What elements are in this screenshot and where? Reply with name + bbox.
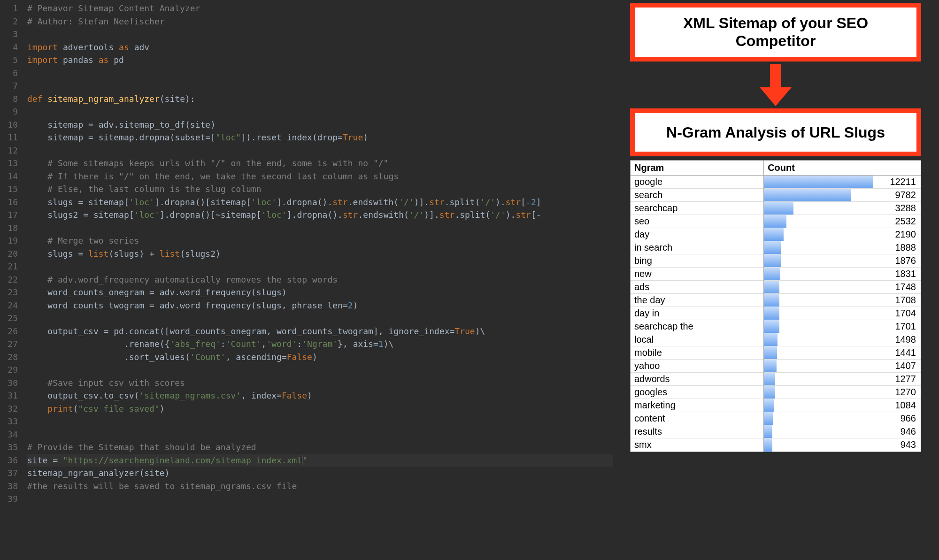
ngram-cell: in search <box>631 241 764 254</box>
ngram-cell: ads <box>631 281 764 294</box>
bar-cell <box>764 189 873 202</box>
code-line[interactable] <box>27 415 613 428</box>
table-row: results946 <box>631 425 921 438</box>
table-row: in search1888 <box>631 241 921 254</box>
ngram-cell: results <box>631 425 764 438</box>
bar-cell <box>764 228 873 241</box>
code-line[interactable] <box>27 105 613 118</box>
ngram-cell: day in <box>631 307 764 320</box>
side-panel: XML Sitemap of your SEO Competitor N-Gra… <box>621 3 931 452</box>
table-row: content966 <box>631 412 921 425</box>
code-line[interactable] <box>27 222 613 235</box>
table-row: day in1704 <box>631 307 921 320</box>
diagram-box-bottom-text: N-Gram Analysis of URL Slugs <box>666 124 885 141</box>
table-row: searchcap the1701 <box>631 320 921 333</box>
code-line[interactable]: import advertools as adv <box>27 41 613 54</box>
ngram-cell: searchcap the <box>631 320 764 333</box>
code-line[interactable]: sitemap = sitemap.dropna(subset=["loc"])… <box>27 131 613 144</box>
code-line[interactable] <box>27 492 613 506</box>
bar-cell <box>764 399 873 412</box>
table-row: day2190 <box>631 228 921 241</box>
ngram-cell: the day <box>631 294 764 307</box>
code-line[interactable]: .sort_values('Count', ascending=False) <box>27 351 613 364</box>
code-line[interactable]: word_counts_twogram = adv.word_frequency… <box>27 299 613 312</box>
code-line[interactable] <box>27 428 613 441</box>
code-line[interactable]: .rename({'abs_freq':'Count','word':'Ngra… <box>27 338 613 351</box>
code-line[interactable]: # Some sitemaps keeps urls with "/" on t… <box>27 157 613 170</box>
code-area[interactable]: # Pemavor Sitemap Content Analyzer# Auth… <box>22 0 613 560</box>
code-line[interactable] <box>27 79 613 92</box>
bar-cell <box>764 202 873 215</box>
code-line[interactable]: sitemap_ngram_analyzer(site) <box>27 467 613 480</box>
code-line[interactable]: slugs = sitemap['loc'].dropna()[sitemap[… <box>27 196 613 209</box>
code-line[interactable]: slugs2 = sitemap['loc'].dropna()[~sitema… <box>27 208 613 222</box>
count-cell: 1407 <box>873 360 921 373</box>
bar-cell <box>764 438 873 452</box>
table-row: googles1270 <box>631 386 921 399</box>
code-line[interactable]: # Else, the last column is the slug colu… <box>27 183 613 196</box>
bar-cell <box>764 254 873 268</box>
code-line[interactable]: sitemap = adv.sitemap_to_df(site) <box>27 118 613 131</box>
th-ngram: Ngram <box>631 161 764 176</box>
diagram-box-bottom: N-Gram Analysis of URL Slugs <box>630 108 921 156</box>
table-header-row: Ngram Count <box>631 161 921 176</box>
code-line[interactable]: output_csv = pd.concat([word_counts_oneg… <box>27 325 613 338</box>
code-line[interactable] <box>27 144 613 157</box>
code-line[interactable]: #Save input csv with scores <box>27 376 613 390</box>
code-line[interactable]: # Pemavor Sitemap Content Analyzer <box>27 2 613 15</box>
ngram-table: Ngram Count google12211search9782searchc… <box>630 160 921 452</box>
bar-cell <box>764 425 873 438</box>
bar-cell <box>764 320 873 333</box>
code-line[interactable] <box>27 312 613 325</box>
count-cell: 1270 <box>873 386 921 399</box>
count-cell: 1701 <box>873 320 921 333</box>
code-line[interactable]: print("csv file saved") <box>27 402 613 415</box>
ngram-cell: adwords <box>631 373 764 386</box>
code-line[interactable]: #the results will be saved to sitemap_ng… <box>27 480 613 493</box>
bar-cell <box>764 307 873 320</box>
count-cell: 9782 <box>873 189 921 202</box>
diagram-box-top-line2: Competitor <box>736 32 816 49</box>
ngram-cell: search <box>631 189 764 202</box>
code-line[interactable]: # adv.word_frequency automatically remov… <box>27 273 613 286</box>
ngram-cell: local <box>631 333 764 346</box>
ngram-cell: new <box>631 268 764 281</box>
code-line[interactable]: slugs = list(slugs) + list(slugs2) <box>27 247 613 261</box>
count-cell: 1498 <box>873 333 921 346</box>
bar-cell <box>764 294 873 307</box>
ngram-cell: seo <box>631 215 764 228</box>
code-line[interactable]: # Merge two series <box>27 234 613 247</box>
ngram-cell: day <box>631 228 764 241</box>
bar-cell <box>764 386 873 399</box>
code-line[interactable]: import pandas as pd <box>27 54 613 67</box>
code-line[interactable] <box>27 67 613 80</box>
table-row: marketing1084 <box>631 399 921 412</box>
code-line[interactable]: # Author: Stefan Neefischer <box>27 15 613 28</box>
count-cell: 2532 <box>873 215 921 228</box>
diagram-box-top-line1: XML Sitemap of your SEO <box>683 15 868 31</box>
table-row: mobile1441 <box>631 346 921 360</box>
count-cell: 943 <box>873 438 921 452</box>
code-line[interactable]: site = "https://searchengineland.com/sit… <box>27 454 613 467</box>
ngram-cell: bing <box>631 254 764 268</box>
code-line[interactable]: # If there is "/" on the end, we take th… <box>27 170 613 183</box>
table-row: seo2532 <box>631 215 921 228</box>
code-line[interactable] <box>27 28 613 41</box>
ngram-cell: searchcap <box>631 202 764 215</box>
table-row: the day1708 <box>631 294 921 307</box>
code-editor[interactable]: 1234567891011121314151617181920212223242… <box>0 0 613 560</box>
bar-cell <box>764 215 873 228</box>
arrow-down-icon <box>760 61 792 108</box>
ngram-cell: content <box>631 412 764 425</box>
count-cell: 966 <box>873 412 921 425</box>
table-row: searchcap3288 <box>631 202 921 215</box>
diagram-box-top: XML Sitemap of your SEO Competitor <box>630 3 921 61</box>
code-line[interactable] <box>27 363 613 376</box>
code-line[interactable]: # Provide the Sitemap that should be ana… <box>27 441 613 454</box>
code-line[interactable]: output_csv.to_csv('sitemap_ngrams.csv', … <box>27 389 613 402</box>
code-line[interactable]: word_counts_onegram = adv.word_frequency… <box>27 286 613 299</box>
bar-cell <box>764 241 873 254</box>
ngram-cell: google <box>631 176 764 189</box>
code-line[interactable] <box>27 260 613 273</box>
code-line[interactable]: def sitemap_ngram_analyzer(site): <box>27 92 613 106</box>
